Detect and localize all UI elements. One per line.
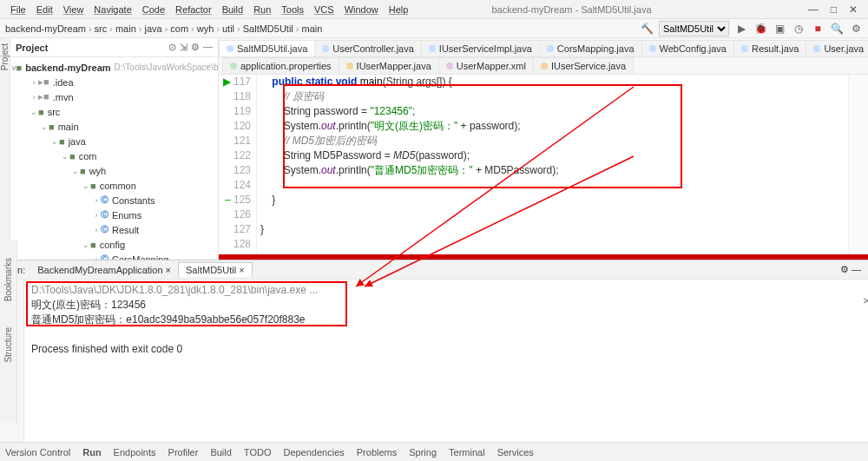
- menubar: FileEditViewNavigateCodeRefactorBuildRun…: [0, 0, 868, 19]
- editor-tab[interactable]: IUserService.java: [533, 57, 634, 74]
- bookmarks-tool-button[interactable]: Bookmarks: [3, 258, 13, 301]
- run-settings-icon[interactable]: ⚙ —: [840, 264, 861, 275]
- menu-vcs[interactable]: VCS: [309, 3, 339, 16]
- menu-file[interactable]: File: [5, 3, 31, 16]
- tree-root[interactable]: v■backend-myDreamD:\Tools\JavaWorkSpace\…: [12, 60, 216, 75]
- editor-tab[interactable]: SaltMD5Util.java: [219, 40, 315, 56]
- bottom-tab-todo[interactable]: TODO: [244, 447, 272, 458]
- build-icon[interactable]: 🔨: [640, 22, 654, 36]
- crumb-4[interactable]: com: [170, 23, 188, 34]
- menu-help[interactable]: Help: [384, 3, 414, 16]
- run-tab[interactable]: BackendMyDreamApplication ×: [30, 263, 178, 277]
- tree-item[interactable]: ›ⒸResult: [12, 222, 216, 237]
- profile-icon[interactable]: ◷: [792, 22, 806, 36]
- debug-icon[interactable]: 🐞: [753, 22, 767, 36]
- editor-area: SaltMD5Util.javaUserController.javaIUser…: [219, 38, 868, 260]
- bottom-tab-run[interactable]: Run: [82, 447, 101, 458]
- stop-icon[interactable]: ■: [811, 22, 825, 36]
- menu-window[interactable]: Window: [339, 3, 384, 16]
- structure-tool-button[interactable]: Structure: [3, 327, 13, 363]
- tree-item[interactable]: ⌄■java: [12, 134, 216, 148]
- bottom-tab-profiler[interactable]: Profiler: [168, 447, 199, 458]
- project-panel: Project ⊙ ⇲ ⚙ — v■backend-myDreamD:\Tool…: [10, 38, 219, 260]
- select-open-file-icon[interactable]: ⊙: [168, 42, 176, 53]
- tree-item[interactable]: ⌄■wyh: [12, 163, 216, 178]
- bottom-tab-services[interactable]: Services: [497, 447, 534, 458]
- expand-icon[interactable]: ⇲: [180, 42, 187, 53]
- crumb-1[interactable]: src: [95, 23, 108, 34]
- minimize-icon[interactable]: —: [808, 3, 819, 16]
- bottom-tab-dependencies[interactable]: Dependencies: [283, 447, 344, 458]
- menu-code[interactable]: Code: [137, 3, 170, 16]
- menu-build[interactable]: Build: [217, 3, 248, 16]
- bottom-tab-spring[interactable]: Spring: [409, 447, 437, 458]
- gutter: ▶ 117118119120121122123124– 125126127128: [219, 75, 257, 260]
- editor-tab[interactable]: Result.java: [733, 40, 806, 56]
- code-body[interactable]: public static void main(String args[]) {…: [257, 75, 848, 260]
- crumb-2[interactable]: main: [115, 23, 136, 34]
- left-tool-rail-lower: Bookmarks Structure: [0, 240, 17, 423]
- menu-navigate[interactable]: Navigate: [89, 3, 136, 16]
- window-controls: — □ ✕: [808, 3, 863, 16]
- editor-tab[interactable]: UserController.java: [314, 40, 422, 56]
- tree-item[interactable]: ⌄■com: [12, 148, 216, 163]
- editor-tab[interactable]: WebConfig.java: [641, 40, 734, 56]
- crumb-0[interactable]: backend-myDream: [5, 23, 86, 34]
- collapse-icon[interactable]: ⚙: [191, 42, 200, 53]
- editor-tab[interactable]: IUserServiceImpl.java: [421, 40, 540, 56]
- console-output[interactable]: D:\Tools\Java\JDK\JDK1.8.0_281\jdk1.8.0_…: [24, 280, 868, 442]
- crumb-5[interactable]: wyh: [197, 23, 214, 34]
- bottom-tab-endpoints[interactable]: Endpoints: [114, 447, 156, 458]
- run-tab[interactable]: SaltMD5Util ×: [178, 262, 253, 277]
- close-icon[interactable]: ✕: [849, 3, 858, 16]
- editor-tabs-row2: application.propertiesIUserMapper.javaUs…: [219, 57, 868, 75]
- tree-item[interactable]: ›ⒸEnums: [12, 207, 216, 222]
- run-panel: Run: BackendMyDreamApplication ×SaltMD5U…: [0, 260, 868, 442]
- bottom-tab-build[interactable]: Build: [210, 447, 231, 458]
- tree-item[interactable]: ›ⒸConstants: [12, 193, 216, 207]
- left-tool-rail: Project: [0, 38, 10, 260]
- search-icon[interactable]: 🔍: [830, 22, 844, 36]
- run-tabs: Run: BackendMyDreamApplication ×SaltMD5U…: [0, 260, 868, 280]
- editor-tab[interactable]: UserMapper.xml: [438, 57, 534, 74]
- tree-item[interactable]: ⌄■src: [12, 104, 216, 119]
- menu-tools[interactable]: Tools: [276, 3, 309, 16]
- menu-run[interactable]: Run: [248, 3, 276, 16]
- tree-item[interactable]: ›▸■.mvn: [12, 89, 216, 104]
- tree-item[interactable]: ›ⒸCorsMapping: [12, 252, 216, 260]
- settings-icon[interactable]: ⚙: [849, 22, 863, 36]
- bottom-tab-version-control[interactable]: Version Control: [5, 447, 70, 458]
- menu-edit[interactable]: Edit: [31, 3, 58, 16]
- hide-icon[interactable]: —: [203, 42, 213, 53]
- tree-item[interactable]: ⌄■config: [12, 237, 216, 252]
- project-tool-button[interactable]: Project: [0, 43, 10, 70]
- project-panel-title: Project: [16, 43, 48, 53]
- breadcrumb[interactable]: backend-myDream›src›main›java›com›wyh›ut…: [5, 23, 322, 34]
- project-tree[interactable]: v■backend-myDreamD:\Tools\JavaWorkSpace\…: [10, 57, 218, 260]
- editor-tab[interactable]: IUserMapper.java: [339, 57, 439, 74]
- bottom-tab-problems[interactable]: Problems: [357, 447, 397, 458]
- tree-item[interactable]: ⌄■common: [12, 178, 216, 193]
- maximize-icon[interactable]: □: [831, 3, 837, 16]
- bottom-tool-tabs: Version ControlRunEndpointsProfilerBuild…: [0, 442, 868, 461]
- crumb-7[interactable]: SaltMD5Util: [243, 23, 293, 34]
- crumb-3[interactable]: java: [144, 23, 161, 34]
- scrollbar-error-stripe: [219, 254, 868, 260]
- editor-tab[interactable]: User.java: [806, 40, 868, 56]
- minimap[interactable]: [848, 75, 868, 260]
- tree-item[interactable]: ⌄■main: [12, 119, 216, 134]
- crumb-6[interactable]: util: [222, 23, 234, 34]
- editor-tab[interactable]: CorsMapping.java: [539, 40, 642, 56]
- window-title: backend-myDream - SaltMD5Util.java: [492, 4, 652, 15]
- bottom-tab-terminal[interactable]: Terminal: [449, 447, 485, 458]
- editor-tabs-row1: SaltMD5Util.javaUserController.javaIUser…: [219, 38, 868, 57]
- breadcrumb-toolbar: backend-myDream›src›main›java›com›wyh›ut…: [0, 19, 868, 38]
- run-config-select[interactable]: SaltMD5Util: [659, 21, 729, 36]
- crumb-8[interactable]: main: [301, 23, 322, 34]
- tree-item[interactable]: ›▸■.idea: [12, 75, 216, 89]
- coverage-icon[interactable]: ▣: [773, 22, 786, 36]
- run-icon[interactable]: ▶: [734, 22, 748, 36]
- menu-refactor[interactable]: Refactor: [170, 3, 217, 16]
- menu-view[interactable]: View: [58, 3, 89, 16]
- editor-tab[interactable]: application.properties: [222, 57, 339, 74]
